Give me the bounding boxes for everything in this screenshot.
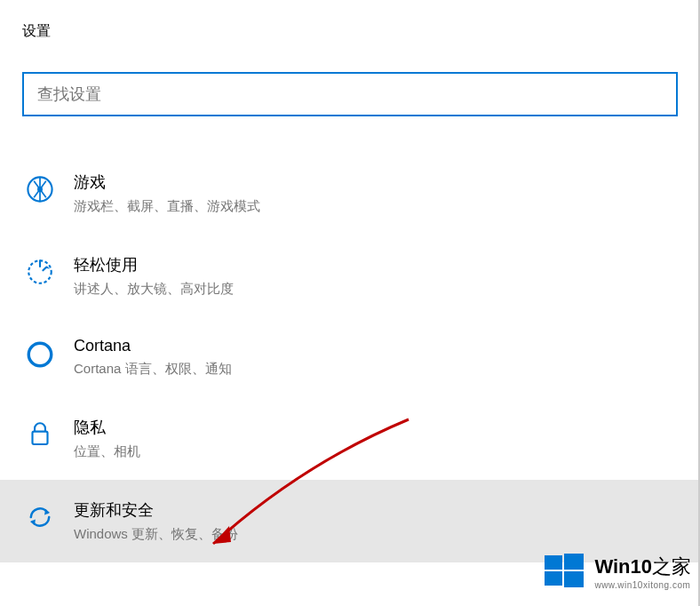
privacy-icon bbox=[22, 417, 58, 452]
update-icon bbox=[22, 499, 58, 535]
svg-rect-9 bbox=[545, 555, 562, 570]
setting-desc: 讲述人、放大镜、高对比度 bbox=[74, 281, 234, 298]
setting-text: 更新和安全 Windows 更新、恢复、备份 bbox=[74, 499, 238, 543]
ease-of-access-icon bbox=[22, 254, 58, 290]
setting-item-cortana[interactable]: Cortana Cortana 语言、权限、通知 bbox=[0, 317, 700, 397]
setting-desc: Cortana 语言、权限、通知 bbox=[74, 361, 232, 378]
watermark-title: Win10之家 bbox=[594, 554, 691, 580]
svg-rect-10 bbox=[564, 554, 584, 570]
watermark-url: www.win10xitong.com bbox=[594, 580, 691, 590]
setting-text: 隐私 位置、相机 bbox=[74, 417, 140, 460]
svg-rect-5 bbox=[33, 432, 48, 444]
svg-rect-12 bbox=[564, 571, 584, 587]
settings-list: 游戏 游戏栏、截屏、直播、游戏模式 轻松使用 讲述人、放大镜、高对比度 Cort… bbox=[0, 152, 700, 562]
setting-text: 游戏 游戏栏、截屏、直播、游戏模式 bbox=[74, 171, 260, 215]
setting-desc: 位置、相机 bbox=[74, 443, 140, 460]
setting-title: 更新和安全 bbox=[74, 499, 238, 521]
windows-logo-icon bbox=[543, 550, 585, 593]
setting-item-gaming[interactable]: 游戏 游戏栏、截屏、直播、游戏模式 bbox=[0, 152, 700, 235]
svg-marker-6 bbox=[44, 509, 50, 515]
setting-title: 游戏 bbox=[74, 171, 260, 193]
cortana-icon bbox=[22, 337, 58, 372]
header: 设置 bbox=[0, 0, 700, 41]
setting-item-ease-of-access[interactable]: 轻松使用 讲述人、放大镜、高对比度 bbox=[0, 235, 700, 317]
setting-title: 轻松使用 bbox=[74, 254, 234, 275]
setting-title: Cortana bbox=[74, 337, 232, 355]
svg-rect-11 bbox=[545, 571, 562, 586]
search-container bbox=[22, 72, 678, 116]
setting-desc: 游戏栏、截屏、直播、游戏模式 bbox=[74, 198, 260, 215]
setting-item-privacy[interactable]: 隐私 位置、相机 bbox=[0, 397, 700, 480]
gaming-icon bbox=[22, 171, 58, 207]
watermark: Win10之家 www.win10xitong.com bbox=[543, 550, 691, 593]
setting-text: 轻松使用 讲述人、放大镜、高对比度 bbox=[74, 254, 234, 298]
svg-point-4 bbox=[28, 343, 52, 366]
svg-marker-7 bbox=[30, 520, 36, 526]
setting-title: 隐私 bbox=[74, 417, 140, 438]
page-title: 设置 bbox=[22, 22, 700, 41]
setting-desc: Windows 更新、恢复、备份 bbox=[74, 526, 238, 543]
setting-text: Cortana Cortana 语言、权限、通知 bbox=[74, 337, 232, 378]
search-input[interactable] bbox=[22, 72, 678, 116]
svg-point-1 bbox=[37, 187, 43, 192]
watermark-text: Win10之家 www.win10xitong.com bbox=[594, 554, 691, 590]
